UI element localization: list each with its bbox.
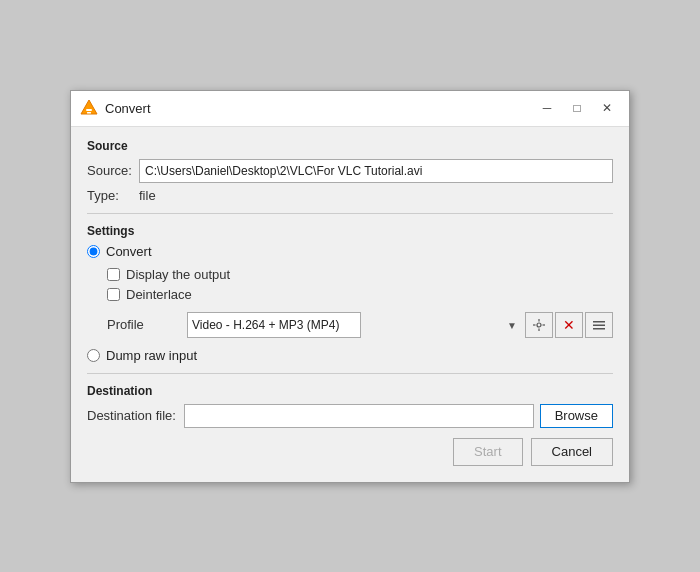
convert-radio-row: Convert bbox=[87, 244, 613, 259]
profile-delete-button[interactable]: ✕ bbox=[555, 312, 583, 338]
title-bar: Convert ─ □ ✕ bbox=[71, 91, 629, 127]
footer-buttons: Start Cancel bbox=[87, 428, 613, 468]
dump-raw-label[interactable]: Dump raw input bbox=[106, 348, 197, 363]
dump-raw-row: Dump raw input bbox=[87, 348, 613, 363]
profile-label: Profile bbox=[107, 317, 187, 332]
svg-rect-2 bbox=[87, 112, 91, 114]
source-section: Source Source: Type: file bbox=[87, 139, 613, 203]
display-output-checkbox[interactable] bbox=[107, 268, 120, 281]
start-button[interactable]: Start bbox=[453, 438, 522, 466]
convert-radio-label[interactable]: Convert bbox=[106, 244, 152, 259]
source-row: Source: bbox=[87, 159, 613, 183]
svg-marker-0 bbox=[81, 100, 97, 114]
settings-section-label: Settings bbox=[87, 224, 613, 238]
destination-row: Destination file: Browse bbox=[87, 404, 613, 428]
profile-edit-button[interactable] bbox=[585, 312, 613, 338]
deinterlace-label[interactable]: Deinterlace bbox=[126, 287, 192, 302]
edit-icon bbox=[592, 318, 606, 332]
window-controls: ─ □ ✕ bbox=[533, 96, 621, 120]
dump-raw-radio[interactable] bbox=[87, 349, 100, 362]
display-output-label[interactable]: Display the output bbox=[126, 267, 230, 282]
dest-file-label: Destination file: bbox=[87, 408, 176, 423]
close-button[interactable]: ✕ bbox=[593, 96, 621, 120]
deinterlace-checkbox[interactable] bbox=[107, 288, 120, 301]
profile-select[interactable]: Video - H.264 + MP3 (MP4) Video - H.265 … bbox=[187, 312, 361, 338]
cancel-button[interactable]: Cancel bbox=[531, 438, 613, 466]
deinterlace-row: Deinterlace bbox=[107, 287, 613, 302]
svg-point-3 bbox=[537, 323, 541, 327]
window-content: Source Source: Type: file Settings Conve… bbox=[71, 127, 629, 482]
profile-buttons: ✕ bbox=[525, 312, 613, 338]
destination-input[interactable] bbox=[184, 404, 534, 428]
browse-button[interactable]: Browse bbox=[540, 404, 613, 428]
wrench-icon bbox=[532, 318, 546, 332]
select-arrow-icon: ▼ bbox=[507, 319, 517, 330]
profile-row: Profile Video - H.264 + MP3 (MP4) Video … bbox=[87, 312, 613, 338]
app-icon bbox=[79, 98, 99, 118]
convert-window: Convert ─ □ ✕ Source Source: Type: file … bbox=[70, 90, 630, 483]
svg-rect-9 bbox=[593, 324, 605, 326]
destination-section: Destination Destination file: Browse bbox=[87, 384, 613, 428]
window-title: Convert bbox=[105, 101, 533, 116]
profile-settings-button[interactable] bbox=[525, 312, 553, 338]
convert-radio[interactable] bbox=[87, 245, 100, 258]
source-section-label: Source bbox=[87, 139, 613, 153]
svg-rect-10 bbox=[593, 328, 605, 330]
type-value: file bbox=[139, 188, 156, 203]
svg-rect-8 bbox=[593, 321, 605, 323]
delete-icon: ✕ bbox=[563, 317, 575, 333]
minimize-button[interactable]: ─ bbox=[533, 96, 561, 120]
svg-rect-1 bbox=[86, 109, 92, 111]
source-divider bbox=[87, 213, 613, 214]
dest-divider bbox=[87, 373, 613, 374]
source-input[interactable] bbox=[139, 159, 613, 183]
destination-section-label: Destination bbox=[87, 384, 613, 398]
display-output-row: Display the output bbox=[107, 267, 613, 282]
source-label: Source: bbox=[87, 163, 139, 178]
type-row: Type: file bbox=[87, 188, 613, 203]
settings-section: Settings Convert Display the output Dein… bbox=[87, 224, 613, 363]
profile-select-wrapper: Video - H.264 + MP3 (MP4) Video - H.265 … bbox=[187, 312, 521, 338]
maximize-button[interactable]: □ bbox=[563, 96, 591, 120]
type-label: Type: bbox=[87, 188, 139, 203]
